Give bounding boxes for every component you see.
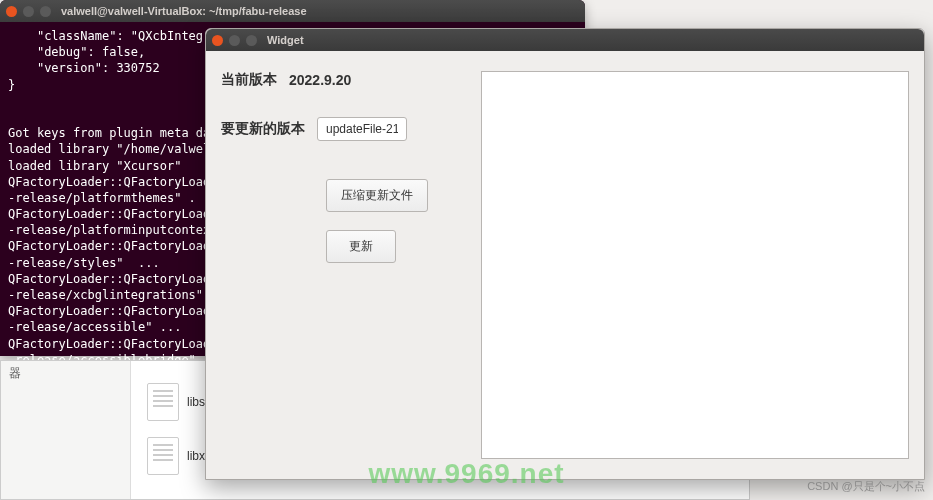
file-icon [147,383,179,421]
update-version-label: 要更新的版本 [221,120,305,138]
widget-title: Widget [267,34,304,46]
widget-titlebar[interactable]: Widget [206,29,924,51]
terminal-titlebar[interactable]: valwell@valwell-VirtualBox: ~/tmp/fabu-r… [0,0,585,22]
minimize-icon[interactable] [23,6,34,17]
current-version-label: 当前版本 [221,71,277,89]
maximize-icon[interactable] [40,6,51,17]
window-controls [212,35,257,46]
file-icon [147,437,179,475]
widget-output-panel[interactable] [481,71,909,459]
file-manager-sidebar: 器 [1,361,131,499]
widget-form: 当前版本 2022.9.20 要更新的版本 压缩更新文件 更新 [221,71,471,459]
current-version-value: 2022.9.20 [289,72,351,88]
widget-body: 当前版本 2022.9.20 要更新的版本 压缩更新文件 更新 [206,51,924,479]
compress-button[interactable]: 压缩更新文件 [326,179,428,212]
close-icon[interactable] [6,6,17,17]
terminal-title: valwell@valwell-VirtualBox: ~/tmp/fabu-r… [61,5,307,17]
window-controls [6,6,51,17]
update-file-input[interactable] [317,117,407,141]
minimize-icon[interactable] [229,35,240,46]
maximize-icon[interactable] [246,35,257,46]
close-icon[interactable] [212,35,223,46]
widget-window: Widget 当前版本 2022.9.20 要更新的版本 压缩更新文件 更新 [205,28,925,480]
update-button[interactable]: 更新 [326,230,396,263]
watermark-center: www.9969.net [368,458,564,490]
current-version-row: 当前版本 2022.9.20 [221,71,471,89]
update-version-row: 要更新的版本 [221,117,471,141]
watermark-corner: CSDN @只是个~小不点 [807,479,925,494]
sidebar-item[interactable]: 器 [1,361,130,386]
